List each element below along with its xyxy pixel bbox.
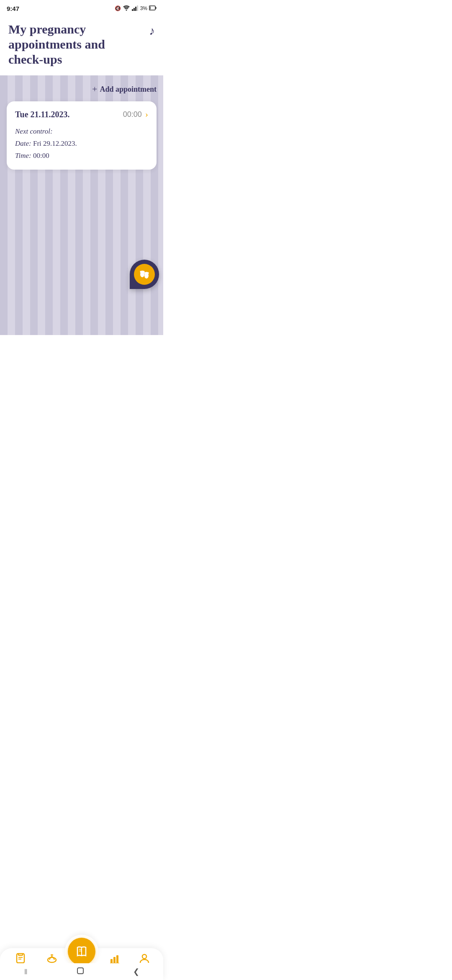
status-bar: 9:47 🔇 3% — [0, 0, 163, 15]
appointment-card: Tue 21.11.2023. 00:00 › Next control: Da… — [7, 101, 157, 170]
status-icons: 🔇 3% — [115, 5, 157, 12]
battery-percent: 3% — [140, 5, 147, 11]
fab-container — [130, 260, 159, 289]
svg-point-15 — [147, 272, 149, 274]
svg-point-11 — [143, 271, 145, 273]
date-label: Date: — [15, 139, 31, 147]
time-value: 00:00 — [33, 152, 49, 160]
svg-rect-4 — [137, 5, 138, 11]
card-body: Next control: Date: Fri 29.12.2023. Time… — [15, 126, 148, 162]
next-time-row: Time: 00:00 — [15, 150, 148, 162]
next-control-label: Next control: — [15, 126, 148, 138]
fab-icon — [134, 264, 155, 285]
svg-point-0 — [126, 9, 127, 10]
status-time: 9:47 — [7, 5, 19, 12]
battery-icon — [149, 5, 157, 12]
next-date-row: Date: Fri 29.12.2023. — [15, 138, 148, 150]
signal-icon — [132, 5, 139, 12]
fab-button[interactable] — [130, 260, 159, 289]
svg-rect-1 — [132, 9, 133, 11]
mute-icon: 🔇 — [115, 5, 121, 11]
page-header: My pregnancy appointments and check-ups … — [0, 15, 163, 75]
svg-rect-2 — [134, 8, 135, 11]
appointment-date: Tue 21.11.2023. — [15, 110, 69, 119]
add-appointment-button[interactable]: + Add appointment — [92, 84, 157, 95]
main-content: + Add appointment Tue 21.11.2023. 00:00 … — [0, 75, 163, 335]
appointment-time: 00:00 — [123, 110, 142, 119]
card-time-row: 00:00 › — [123, 109, 148, 120]
date-value: Fri 29.12.2023. — [33, 139, 77, 147]
add-appointment-section: + Add appointment — [7, 84, 157, 95]
time-label: Time: — [15, 152, 31, 160]
wifi-icon — [123, 5, 130, 12]
add-appointment-label: Add appointment — [100, 85, 157, 94]
chevron-right-icon[interactable]: › — [145, 109, 148, 120]
svg-rect-7 — [150, 6, 151, 9]
page-title: My pregnancy appointments and check-ups — [8, 22, 134, 67]
svg-rect-6 — [156, 7, 157, 9]
card-header: Tue 21.11.2023. 00:00 › — [15, 109, 148, 120]
music-icon[interactable]: ♪ — [149, 24, 155, 38]
svg-rect-3 — [135, 7, 136, 11]
plus-icon: + — [92, 84, 97, 95]
